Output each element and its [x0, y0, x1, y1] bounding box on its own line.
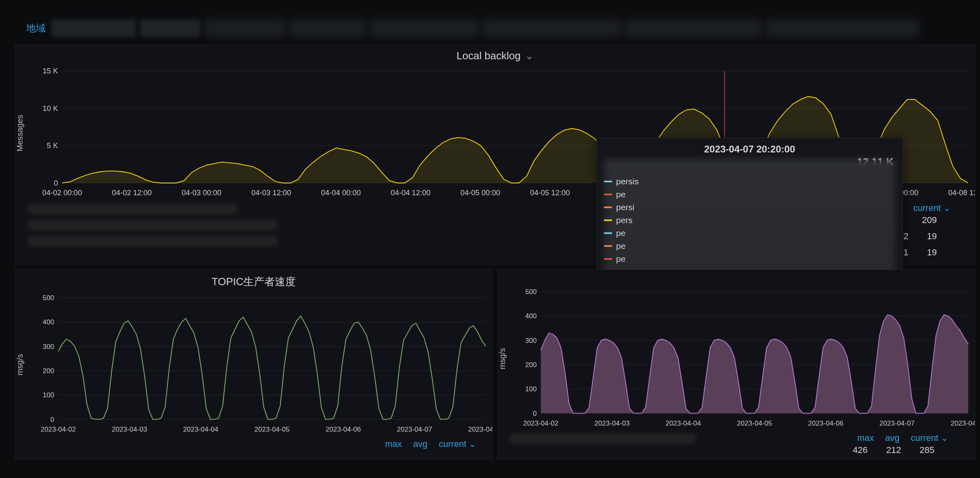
panel-consumer-rate: msg/s 01002003004005002023-04-022023-04-… — [497, 269, 975, 460]
svg-text:0: 0 — [533, 409, 537, 417]
y-axis-label: Messages — [15, 67, 30, 200]
chevron-down-icon: ⌄ — [469, 439, 476, 449]
variable-row: 地域 — [10, 0, 980, 44]
svg-text:2023-04-03: 2023-04-03 — [112, 425, 147, 433]
variable-chip[interactable] — [370, 19, 479, 37]
svg-text:200: 200 — [525, 361, 537, 369]
chart-producer-rate[interactable]: 01002003004005002023-04-022023-04-032023… — [30, 294, 492, 436]
svg-text:0: 0 — [54, 179, 58, 187]
svg-text:2023-04-06: 2023-04-06 — [326, 425, 361, 433]
svg-text:2023-04-06: 2023-04-06 — [808, 419, 843, 427]
panel-title[interactable]: TOPIC生产者速度 — [15, 270, 492, 294]
svg-text:2023-04-04: 2023-04-04 — [666, 419, 701, 427]
variable-chip[interactable] — [140, 19, 201, 37]
legend-col-avg[interactable]: avg — [413, 439, 427, 449]
svg-text:04-04 12:00: 04-04 12:00 — [391, 188, 430, 197]
svg-text:04-03 12:00: 04-03 12:00 — [251, 188, 291, 197]
panel-title[interactable]: Local backlog ⌄ — [15, 45, 975, 67]
panel-producer-rate: TOPIC生产者速度 msg/s 01002003004005002023-04… — [15, 269, 493, 460]
svg-text:2023-04-04: 2023-04-04 — [183, 425, 218, 433]
svg-text:300: 300 — [525, 336, 537, 344]
chevron-down-icon[interactable]: ⌄ — [525, 50, 534, 62]
y-axis-label: msg/s — [498, 288, 512, 430]
svg-text:2023-04-05: 2023-04-05 — [737, 419, 772, 427]
variable-chip[interactable] — [205, 19, 285, 37]
tooltip-time: 2023-04-07 20:20:00 — [604, 144, 895, 155]
legend-names-redacted — [498, 430, 696, 447]
legend-header-row: max avg current ⌄ — [853, 430, 959, 443]
svg-text:100: 100 — [43, 391, 54, 399]
legend-header-row: max avg current ⌄ — [15, 436, 492, 449]
svg-text:5 K: 5 K — [47, 141, 58, 150]
svg-text:400: 400 — [525, 312, 537, 320]
legend-names-redacted — [15, 200, 278, 254]
svg-text:0: 0 — [50, 415, 54, 423]
legend-data-row: 426 212 285 — [853, 443, 959, 459]
svg-text:2023-04-08: 2023-04-08 — [951, 419, 975, 427]
legend-col-current[interactable]: current ⌄ — [913, 203, 951, 213]
svg-text:2023-04-08: 2023-04-08 — [468, 425, 492, 433]
variable-chip[interactable] — [289, 19, 366, 37]
svg-text:2023-04-05: 2023-04-05 — [254, 425, 289, 433]
chevron-down-icon: ⌄ — [943, 203, 951, 213]
svg-text:100: 100 — [525, 385, 537, 393]
svg-text:2023-04-02: 2023-04-02 — [41, 425, 76, 433]
svg-text:04-05 00:00: 04-05 00:00 — [460, 188, 500, 197]
legend-col-current[interactable]: current ⌄ — [911, 433, 948, 443]
variable-chip[interactable] — [51, 19, 136, 37]
svg-text:2023-04-07: 2023-04-07 — [880, 419, 915, 427]
legend-col-max[interactable]: max — [857, 433, 874, 443]
variable-chip[interactable] — [624, 19, 761, 37]
svg-text:400: 400 — [43, 318, 54, 326]
variable-chip[interactable] — [483, 19, 620, 37]
chart-consumer-rate[interactable]: 01002003004005002023-04-022023-04-032023… — [512, 288, 975, 430]
svg-text:04-08 12:00: 04-08 12:00 — [948, 188, 975, 197]
chevron-down-icon: ⌄ — [941, 433, 948, 443]
svg-text:2023-04-07: 2023-04-07 — [397, 425, 432, 433]
variable-chip[interactable] — [765, 19, 919, 37]
legend-col-avg[interactable]: avg — [885, 433, 899, 443]
panel-local-backlog: Local backlog ⌄ Messages 05 K10 K15 K04-… — [15, 44, 975, 265]
svg-text:2023-04-02: 2023-04-02 — [523, 419, 558, 427]
panel-title-text: TOPIC生产者速度 — [212, 275, 296, 289]
svg-text:04-03 00:00: 04-03 00:00 — [182, 188, 221, 197]
legend-col-current[interactable]: current ⌄ — [439, 439, 476, 449]
svg-text:04-05 12:00: 04-05 12:00 — [530, 188, 570, 197]
svg-text:500: 500 — [43, 294, 54, 302]
svg-text:04-04 00:00: 04-04 00:00 — [321, 188, 361, 197]
panel-title-text: Local backlog — [457, 50, 521, 62]
svg-text:10 K: 10 K — [43, 104, 59, 113]
y-axis-label: msg/s — [15, 294, 30, 436]
svg-text:200: 200 — [43, 367, 54, 375]
legend-col-max[interactable]: max — [385, 439, 402, 449]
svg-text:15 K: 15 K — [43, 67, 59, 75]
variable-label-region[interactable]: 地域 — [26, 22, 47, 35]
svg-text:2023-04-03: 2023-04-03 — [594, 419, 629, 427]
panel-title[interactable] — [498, 270, 975, 288]
svg-text:500: 500 — [525, 288, 537, 296]
svg-text:04-02 00:00: 04-02 00:00 — [42, 188, 82, 197]
svg-text:04-02 12:00: 04-02 12:00 — [112, 188, 152, 197]
svg-text:300: 300 — [43, 342, 54, 350]
